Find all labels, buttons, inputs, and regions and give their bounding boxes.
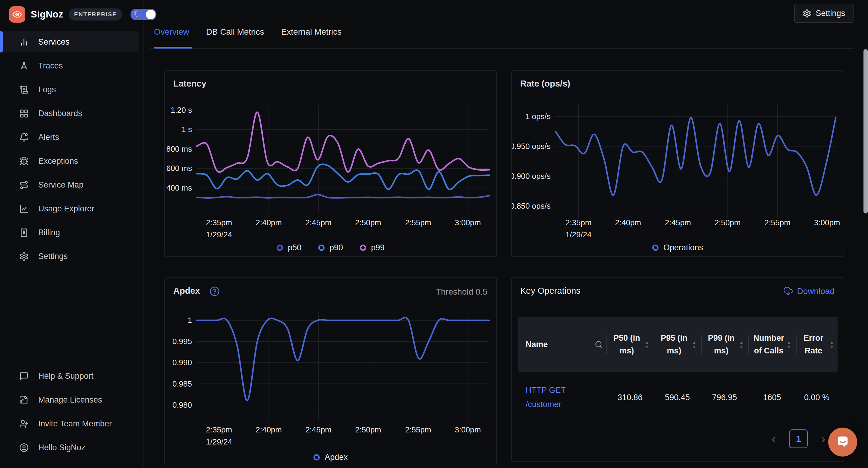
sidebar-item-traces[interactable]: Traces	[0, 55, 138, 76]
main-content: Settings Overview DB Call Metrics Extern…	[145, 0, 868, 468]
svg-text:1.20 s: 1.20 s	[170, 106, 192, 115]
svg-text:0.980: 0.980	[173, 401, 192, 409]
svg-text:0.900 ops/s: 0.900 ops/s	[512, 172, 551, 181]
svg-text:2:35pm: 2:35pm	[206, 218, 232, 227]
legend-item-p50[interactable]: p50	[277, 243, 301, 253]
svg-text:400 ms: 400 ms	[166, 183, 192, 193]
toggle-knob	[146, 10, 156, 19]
legend-item-p90[interactable]: p90	[318, 243, 343, 253]
apdex-legend: Apdex	[165, 452, 496, 462]
svg-text:600 ms: 600 ms	[166, 164, 192, 173]
key-operations-panel: Key Operations Download Name P50 (in ms)…	[511, 277, 844, 462]
pagination-prev-icon[interactable]: ‹	[772, 432, 776, 445]
sort-icon[interactable]: ▲▼	[692, 340, 696, 349]
tab-overview[interactable]: Overview	[154, 27, 189, 48]
route-icon	[19, 180, 29, 190]
legend-ring-icon	[313, 454, 320, 461]
sidebar-item-label: Services	[38, 37, 70, 47]
column-label: Error Rate	[800, 332, 827, 357]
signoz-logo-icon[interactable]	[9, 6, 25, 23]
column-header-p99[interactable]: P99 (in ms) ▲▼	[701, 317, 748, 372]
legend-label: p99	[371, 243, 384, 253]
sidebar-item-help-support[interactable]: Help & Support	[0, 365, 138, 387]
sidebar: SigNoz ENTERPRISE ☾ Services Traces Logs…	[0, 0, 144, 468]
column-header-p95[interactable]: P95 (in ms) ▲▼	[654, 317, 701, 372]
svg-text:0.950 ops/s: 0.950 ops/s	[512, 142, 551, 151]
apdex-chart[interactable]: 10.9950.9900.9850.9802:35pm2:40pm2:45pm2…	[165, 278, 496, 447]
key-operations-title: Key Operations	[520, 286, 581, 296]
sidebar-item-label: Help & Support	[38, 372, 93, 381]
svg-text:1: 1	[188, 316, 192, 325]
operation-name-line2: /customer	[526, 398, 607, 412]
sidebar-item-logs[interactable]: Logs	[0, 79, 138, 100]
column-label: P99 (in ms)	[706, 332, 737, 357]
sidebar-footer: Help & Support Manage Licenses Invite Te…	[0, 365, 144, 461]
table-header-row: Name P50 (in ms) ▲▼ P95 (in ms) ▲▼ P99 (…	[518, 317, 838, 372]
sidebar-item-label: Traces	[38, 61, 63, 70]
latency-chart[interactable]: 1.20 s1 s800 ms600 ms400 ms2:35pm2:40pm2…	[165, 71, 496, 240]
settings-button[interactable]: Settings	[794, 4, 854, 23]
svg-text:2:40pm: 2:40pm	[255, 218, 282, 227]
sidebar-item-exceptions[interactable]: Exceptions	[0, 150, 138, 172]
sidebar-item-label: Invite Team Member	[38, 419, 112, 429]
sidebar-item-user-account[interactable]: Hello SigNoz	[0, 437, 138, 458]
svg-text:2:45pm: 2:45pm	[665, 218, 691, 227]
svg-text:2:40pm: 2:40pm	[615, 218, 641, 227]
legend-item-operations[interactable]: Operations	[652, 243, 703, 253]
column-header-error-rate[interactable]: Error Rate ▲▼	[796, 317, 838, 372]
scrollbar-thumb[interactable]	[864, 49, 868, 213]
column-label: P50 (in ms)	[611, 332, 642, 357]
sidebar-item-services[interactable]: Services	[0, 31, 138, 53]
receipt-icon	[19, 228, 29, 237]
cloud-download-icon	[784, 287, 793, 296]
search-icon[interactable]	[595, 341, 603, 349]
pagination-next-icon[interactable]: ›	[821, 432, 826, 445]
sidebar-item-dashboards[interactable]: Dashboards	[0, 103, 138, 124]
download-button[interactable]: Download	[784, 287, 835, 296]
sidebar-item-label: Dashboards	[38, 109, 82, 118]
sort-icon[interactable]: ▲▼	[787, 340, 791, 349]
pagination: ‹ 1 ›	[772, 430, 826, 448]
chat-bubble-icon	[835, 434, 850, 450]
gear-icon	[803, 9, 811, 18]
column-header-name[interactable]: Name	[518, 317, 607, 372]
sidebar-item-label: Logs	[38, 85, 56, 94]
column-header-p50[interactable]: P50 (in ms) ▲▼	[607, 317, 654, 372]
sidebar-item-label: Billing	[38, 228, 60, 237]
svg-text:1/29/24: 1/29/24	[206, 230, 232, 239]
svg-text:2:35pm: 2:35pm	[206, 425, 232, 434]
pagination-page-1[interactable]: 1	[789, 430, 808, 448]
tab-external-metrics[interactable]: External Metrics	[281, 27, 342, 48]
sort-icon[interactable]: ▲▼	[739, 340, 744, 349]
tab-db-call-metrics[interactable]: DB Call Metrics	[206, 27, 264, 48]
sidebar-item-usage-explorer[interactable]: Usage Explorer	[0, 198, 138, 219]
column-header-number-of-calls[interactable]: Number of Calls ▲▼	[748, 317, 796, 372]
sidebar-item-settings[interactable]: Settings	[0, 246, 138, 267]
sidebar-item-label: Settings	[38, 252, 68, 261]
usage-chart-icon	[19, 204, 29, 213]
sidebar-item-manage-licenses[interactable]: Manage Licenses	[0, 389, 138, 410]
file-key-icon	[19, 395, 29, 405]
cell-p99: 796.95	[701, 393, 748, 402]
sidebar-item-invite-team-member[interactable]: Invite Team Member	[0, 413, 138, 434]
legend-item-p99[interactable]: p99	[360, 243, 384, 253]
sort-icon[interactable]: ▲▼	[645, 340, 649, 349]
legend-label: Apdex	[324, 452, 348, 462]
bug-icon	[19, 156, 29, 166]
legend-label: Operations	[663, 243, 703, 253]
cell-p95: 590.45	[654, 393, 701, 402]
sidebar-item-service-map[interactable]: Service Map	[0, 174, 138, 196]
sidebar-item-alerts[interactable]: Alerts	[0, 127, 138, 148]
legend-item-apdex[interactable]: Apdex	[313, 452, 348, 462]
user-plus-icon	[19, 419, 29, 429]
svg-text:2:45pm: 2:45pm	[305, 425, 332, 434]
theme-toggle[interactable]: ☾	[130, 9, 156, 20]
rate-chart[interactable]: 1 ops/s0.950 ops/s0.900 ops/s0.850 ops/s…	[512, 71, 844, 240]
operation-name-link[interactable]: HTTP GET /customer	[518, 383, 607, 412]
legend-label: p50	[288, 243, 301, 253]
svg-text:2:40pm: 2:40pm	[255, 425, 282, 434]
sort-icon[interactable]: ▲▼	[830, 340, 834, 349]
sidebar-item-billing[interactable]: Billing	[0, 222, 138, 243]
bar-chart-icon	[19, 37, 29, 47]
chat-launcher-button[interactable]	[828, 428, 857, 457]
